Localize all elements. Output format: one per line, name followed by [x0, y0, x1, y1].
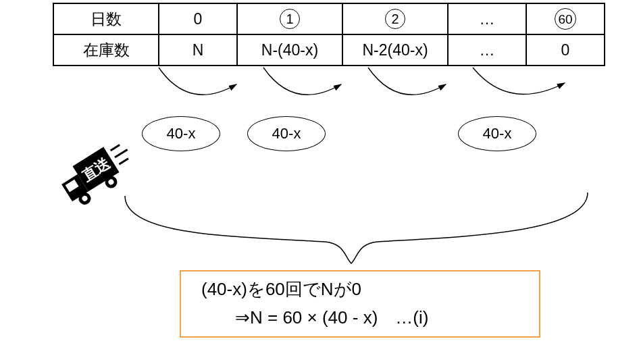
decrement-oval-3: 40-x: [458, 116, 536, 151]
circled-number-2: 2: [385, 9, 405, 29]
day-dots: …: [448, 3, 526, 34]
row-label-days: 日数: [53, 3, 159, 34]
decrement-oval-2: 40-x: [247, 116, 326, 151]
table-row: 日数 0 1 2 … 60: [53, 3, 605, 34]
stock-0: N: [159, 34, 237, 66]
circled-number-60: 60: [555, 8, 576, 30]
row-label-stock: 在庫数: [53, 34, 159, 66]
table-row: 在庫数 N N-(40-x) N-2(40-x) … 0: [53, 34, 605, 66]
days-stock-table: 日数 0 1 2 … 60 在庫数 N N-(40-x) N-2(40-x) ……: [53, 3, 605, 66]
delivery-truck-icon: 直送: [55, 135, 136, 216]
stock-60: 0: [526, 34, 605, 66]
conclusion-line-2: ⇒N = 60 × (40 - x) …(i): [201, 304, 539, 332]
decrement-oval-1: 40-x: [142, 116, 220, 151]
stock-dots: …: [448, 34, 526, 66]
day-2: 2: [342, 3, 448, 34]
svg-line-8: [111, 145, 120, 150]
day-1: 1: [237, 3, 342, 34]
stock-2: N-2(40-x): [342, 34, 448, 66]
stock-1: N-(40-x): [237, 34, 342, 66]
conclusion-box: (40-x)を60回でNが0 ⇒N = 60 × (40 - x) …(i): [180, 270, 540, 338]
circled-number-1: 1: [280, 9, 300, 29]
day-0: 0: [159, 3, 237, 34]
svg-line-9: [115, 149, 128, 157]
svg-line-10: [119, 159, 128, 164]
day-60: 60: [526, 3, 605, 34]
conclusion-line-1: (40-x)を60回でNが0: [201, 276, 539, 304]
